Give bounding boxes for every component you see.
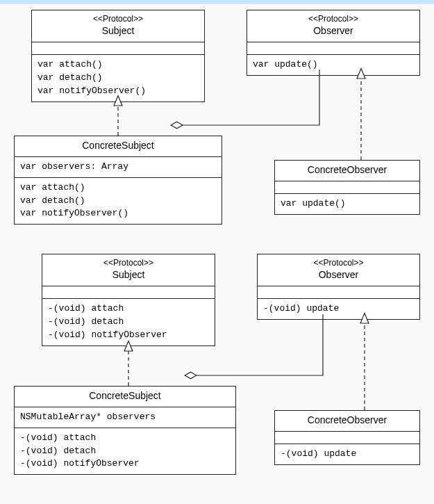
uml-methods: -(void) attach -(void) detach -(void) no… xyxy=(42,299,215,346)
uml-head: ConcreteSubject xyxy=(15,136,222,157)
uml-title: ConcreteObserver xyxy=(279,414,415,427)
uml-head: ConcreteObserver xyxy=(275,161,419,181)
uml-methods: var update() xyxy=(247,55,419,75)
uml-title: Observer xyxy=(251,24,415,38)
uml-head: ConcreteSubject xyxy=(15,387,235,407)
uml-head: <<Protocol>> Observer xyxy=(258,254,419,286)
uml-attrs: NSMutableArray* observers xyxy=(15,407,235,428)
uml-class-observer-objc: <<Protocol>> Observer -(void) update xyxy=(257,254,420,320)
uml-stereotype: <<Protocol>> xyxy=(36,13,200,24)
uml-head: ConcreteObserver xyxy=(275,411,419,432)
uml-head: <<Protocol>> Subject xyxy=(32,10,204,42)
uml-title: Subject xyxy=(47,268,210,282)
uml-attrs xyxy=(42,286,215,299)
uml-head: <<Protocol>> Observer xyxy=(247,10,419,42)
uml-class-concretesubject-objc: ConcreteSubject NSMutableArray* observer… xyxy=(14,386,236,475)
uml-stereotype: <<Protocol>> xyxy=(47,257,210,268)
uml-class-concreteobserver-swift: ConcreteObserver var update() xyxy=(274,160,420,215)
uml-class-concreteobserver-objc: ConcreteObserver -(void) update xyxy=(274,410,420,465)
uml-title: Subject xyxy=(36,24,200,38)
uml-title: ConcreteSubject xyxy=(19,139,217,152)
uml-methods: -(void) update xyxy=(275,444,419,464)
uml-title: ConcreteObserver xyxy=(279,163,415,177)
uml-methods: -(void) update xyxy=(258,299,419,319)
uml-class-subject-swift: <<Protocol>> Subject var attach() var de… xyxy=(31,10,205,102)
header-bar xyxy=(0,0,434,4)
uml-class-subject-objc: <<Protocol>> Subject -(void) attach -(vo… xyxy=(42,254,215,346)
uml-attrs xyxy=(275,181,419,194)
uml-head: <<Protocol>> Subject xyxy=(42,254,215,286)
uml-stereotype: <<Protocol>> xyxy=(251,13,415,24)
uml-class-concretesubject-swift: ConcreteSubject var observers: Array var… xyxy=(14,136,222,225)
uml-title: Observer xyxy=(262,268,415,282)
uml-attrs xyxy=(247,42,419,55)
uml-methods: var attach() var detach() var notifyObse… xyxy=(32,55,204,101)
uml-attrs xyxy=(258,286,419,299)
uml-attrs xyxy=(32,42,204,55)
uml-stereotype: <<Protocol>> xyxy=(262,257,415,268)
uml-methods: var attach() var detach() var notifyObse… xyxy=(15,178,222,225)
uml-attrs: var observers: Array xyxy=(15,157,222,178)
uml-attrs xyxy=(275,432,419,444)
uml-title: ConcreteSubject xyxy=(19,389,231,403)
uml-methods: var update() xyxy=(275,194,419,214)
uml-class-observer-swift: <<Protocol>> Observer var update() xyxy=(247,10,420,76)
uml-methods: -(void) attach -(void) detach -(void) no… xyxy=(15,428,235,475)
